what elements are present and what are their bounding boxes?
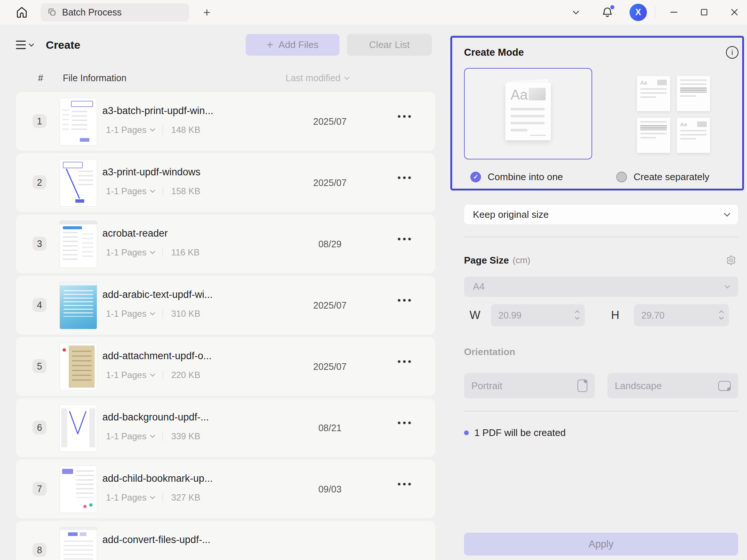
file-row[interactable]: 1 a3-batch-print-updf-win... 1-1 Pages 1… xyxy=(16,92,435,151)
height-input[interactable]: 29.70 xyxy=(634,304,729,326)
height-stepper[interactable] xyxy=(720,310,723,320)
pages-dropdown[interactable]: 1-1 Pages xyxy=(106,309,146,319)
size-mode-value: Keep original size xyxy=(473,209,549,220)
pages-dropdown[interactable]: 1-1 Pages xyxy=(106,186,146,196)
row-more-button[interactable]: ••• xyxy=(387,233,424,245)
chevron-down-icon[interactable] xyxy=(150,494,155,499)
file-row[interactable]: 8 add-convert-files-updf-... ••• xyxy=(16,521,435,560)
radio-unchecked-icon xyxy=(616,172,627,182)
file-size: 116 KB xyxy=(171,247,199,258)
create-mode-section: Create Mode i Aa xyxy=(450,36,744,190)
add-files-label: Add Files xyxy=(279,39,318,51)
create-mode-radios: ✓ Combine into one Create separately xyxy=(464,171,739,183)
option-combine-into-one[interactable]: Aa xyxy=(464,68,592,159)
info-icon[interactable]: i xyxy=(726,46,739,59)
minimize-button[interactable] xyxy=(666,5,681,20)
close-button[interactable] xyxy=(727,5,742,20)
plus-icon: + xyxy=(267,38,273,52)
file-row[interactable]: 3 acrobat-reader 1-1 Pages 116 KB 08/29 … xyxy=(16,214,435,273)
file-thumbnail xyxy=(59,527,97,560)
file-info: add-background-updf-... 1-1 Pages 339 KB xyxy=(102,412,209,442)
list-menu-button[interactable] xyxy=(16,41,33,49)
size-mode-select[interactable]: Keep original size xyxy=(464,205,738,224)
row-more-button[interactable]: ••• xyxy=(387,478,424,490)
pages-dropdown[interactable]: 1-1 Pages xyxy=(106,370,146,380)
chevron-down-icon[interactable] xyxy=(150,249,155,254)
file-thumbnail xyxy=(59,465,97,513)
meta-divider xyxy=(163,125,163,135)
tab-label: Batch Process xyxy=(62,7,122,18)
avatar[interactable]: X xyxy=(630,4,647,21)
row-more-button[interactable]: ••• xyxy=(387,110,424,123)
row-index-badge: 6 xyxy=(33,420,47,434)
file-row[interactable]: 2 a3-print-updf-windows 1-1 Pages 158 KB… xyxy=(16,153,435,212)
row-index-badge: 4 xyxy=(33,298,47,312)
chevron-down-icon[interactable] xyxy=(150,371,155,377)
last-modified-value: 2025/07 xyxy=(289,361,371,372)
chevron-down-icon xyxy=(724,210,730,217)
last-modified-value: 08/21 xyxy=(289,423,371,433)
chevron-down-icon[interactable] xyxy=(150,433,155,438)
titlebar-divider xyxy=(655,7,655,18)
add-files-button[interactable]: + Add Files xyxy=(246,34,340,56)
pages-dropdown[interactable]: 1-1 Pages xyxy=(106,492,146,503)
meta-divider xyxy=(163,432,163,441)
clear-list-button[interactable]: Clear List xyxy=(347,34,432,56)
file-size: 220 KB xyxy=(171,370,200,380)
page-size-preset-value: A4 xyxy=(473,281,485,292)
tab-batch-process[interactable]: Batch Process xyxy=(41,3,189,21)
row-index-badge: 2 xyxy=(33,175,47,189)
file-size: 310 KB xyxy=(171,309,200,319)
row-more-button[interactable]: ••• xyxy=(387,294,424,306)
row-more-button[interactable]: ••• xyxy=(387,417,424,429)
chevron-down-icon[interactable] xyxy=(150,126,155,131)
pages-dropdown[interactable]: 1-1 Pages xyxy=(106,247,146,258)
pages-dropdown[interactable]: 1-1 Pages xyxy=(106,431,146,442)
row-index-badge: 7 xyxy=(33,482,47,496)
file-row[interactable]: 5 add-attachment-updf-o... 1-1 Pages 220… xyxy=(16,337,435,396)
meta-divider xyxy=(163,248,163,257)
file-name: add-child-bookmark-up... xyxy=(102,473,213,484)
page-size-settings-button[interactable] xyxy=(725,254,738,267)
page-title: Create xyxy=(46,39,80,51)
image-placeholder xyxy=(529,88,546,100)
radio-combine-into-one[interactable]: ✓ Combine into one xyxy=(464,171,592,183)
last-modified-value: 09/03 xyxy=(289,484,371,495)
dropdown-chevron-button[interactable] xyxy=(570,6,582,18)
portrait-button[interactable]: Portrait xyxy=(464,373,595,398)
chevron-up-icon xyxy=(575,310,580,315)
landscape-button[interactable]: Landscape xyxy=(607,373,738,398)
width-value: 20.99 xyxy=(498,310,522,321)
page-size-preset-select[interactable]: A4 xyxy=(464,276,738,297)
chevron-down-icon[interactable] xyxy=(150,188,155,193)
option-create-separately[interactable]: Aa Aa xyxy=(610,68,737,159)
file-row[interactable]: 7 add-child-bookmark-up... 1-1 Pages 327… xyxy=(16,460,435,518)
column-last-modified-sort[interactable]: Last modified xyxy=(286,73,349,83)
row-more-button[interactable]: ••• xyxy=(387,172,424,184)
apply-button[interactable]: Apply xyxy=(464,533,738,556)
width-stepper[interactable] xyxy=(576,310,579,320)
width-input[interactable]: 20.99 xyxy=(491,304,585,326)
file-row[interactable]: 6 add-background-updf-... 1-1 Pages 339 … xyxy=(16,398,435,457)
row-more-button[interactable]: ••• xyxy=(387,355,424,368)
batch-process-icon xyxy=(47,7,57,17)
row-index-badge: 3 xyxy=(33,237,47,251)
new-tab-button[interactable]: + xyxy=(199,5,214,20)
create-mode-header: Create Mode i xyxy=(464,46,739,59)
row-index-badge: 1 xyxy=(33,114,47,128)
chevron-down-icon[interactable] xyxy=(150,310,155,315)
chevron-down-icon xyxy=(344,75,349,80)
gear-icon xyxy=(725,254,738,267)
home-button[interactable] xyxy=(13,4,30,21)
file-info: acrobat-reader 1-1 Pages 116 KB xyxy=(102,228,199,258)
file-row[interactable]: 4 add-arabic-text-updf-wi... 1-1 Pages 3… xyxy=(16,276,435,334)
notifications-button[interactable] xyxy=(601,6,614,19)
file-info: add-convert-files-updf-... xyxy=(102,534,211,546)
maximize-button[interactable] xyxy=(697,5,712,20)
file-thumbnail xyxy=(59,220,97,268)
chevron-up-icon xyxy=(719,310,724,315)
pages-dropdown[interactable]: 1-1 Pages xyxy=(106,125,146,135)
file-name: a3-batch-print-updf-win... xyxy=(102,105,213,117)
file-size: 158 KB xyxy=(171,186,200,196)
radio-create-separately[interactable]: Create separately xyxy=(610,171,738,183)
